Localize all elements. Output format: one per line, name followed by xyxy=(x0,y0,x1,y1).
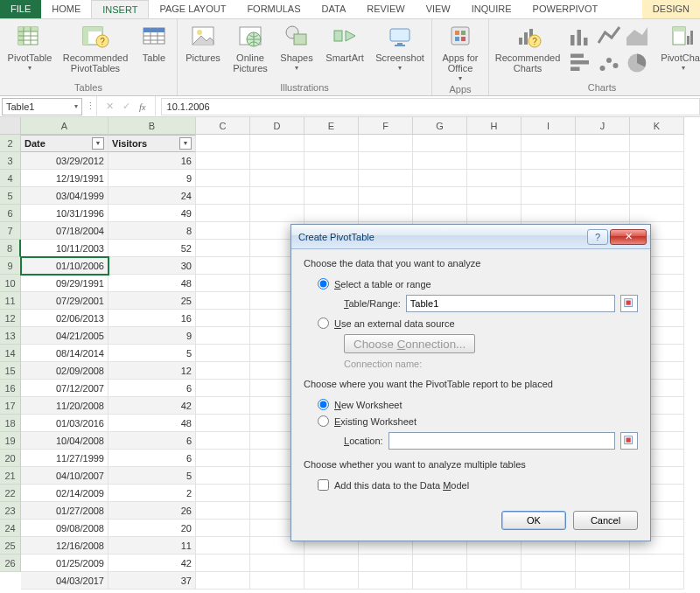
column-header-B[interactable]: B xyxy=(108,117,196,135)
cell-visitors[interactable]: 2 xyxy=(108,485,196,502)
online-pictures-button[interactable]: Online Pictures xyxy=(230,22,270,73)
cell-visitors[interactable]: 11 xyxy=(108,537,196,555)
cancel-formula-button[interactable]: ✕ xyxy=(106,101,114,112)
radio-external-source[interactable] xyxy=(318,317,329,329)
row-header-7[interactable]: 7 xyxy=(0,222,21,240)
column-header-K[interactable]: K xyxy=(630,117,684,135)
cell-visitors[interactable]: 16 xyxy=(108,310,196,327)
name-box[interactable]: Table1 ▾ xyxy=(2,98,82,115)
cell-date[interactable]: 04/21/2005 xyxy=(21,327,108,345)
cell[interactable] xyxy=(304,555,359,572)
cell[interactable] xyxy=(576,555,630,572)
row-header-23[interactable]: 23 xyxy=(0,502,21,520)
cell[interactable] xyxy=(196,187,250,205)
row-header-8[interactable]: 8 xyxy=(0,240,21,257)
cell[interactable] xyxy=(522,205,576,222)
cell-visitors[interactable]: 30 xyxy=(108,257,196,275)
row-header-25[interactable]: 25 xyxy=(0,537,21,555)
cell[interactable] xyxy=(359,205,413,222)
cell-date[interactable]: 11/20/2008 xyxy=(21,397,108,415)
cell-visitors[interactable]: 6 xyxy=(108,432,196,450)
cell[interactable] xyxy=(630,187,684,205)
dialog-help-button[interactable]: ? xyxy=(587,229,608,245)
namebox-dropdown-icon[interactable]: ▾ xyxy=(74,102,78,110)
cell-date[interactable]: 01/25/2009 xyxy=(21,555,108,572)
cell[interactable] xyxy=(196,152,250,170)
cell-visitors[interactable]: 37 xyxy=(108,572,196,590)
cell-date[interactable]: 02/06/2013 xyxy=(21,310,108,327)
chk-data-model[interactable] xyxy=(318,479,329,491)
row-header-21[interactable]: 21 xyxy=(0,467,21,485)
tab-design[interactable]: DESIGN xyxy=(642,0,700,18)
cell[interactable] xyxy=(304,152,359,170)
recommended-charts-button[interactable]: ? Recommended Charts xyxy=(494,22,561,76)
cell-date[interactable]: 03/04/1999 xyxy=(21,187,108,205)
cell[interactable] xyxy=(630,555,684,572)
cell[interactable] xyxy=(413,187,467,205)
cell[interactable] xyxy=(576,170,630,187)
cell[interactable] xyxy=(576,572,630,590)
cell-visitors[interactable]: 9 xyxy=(108,327,196,345)
cell[interactable] xyxy=(196,222,250,240)
cell[interactable] xyxy=(196,432,250,450)
smartart-button[interactable]: SmartArt xyxy=(323,22,367,73)
cell[interactable] xyxy=(467,187,522,205)
cell[interactable] xyxy=(250,170,304,187)
cell[interactable] xyxy=(196,257,250,275)
cell[interactable] xyxy=(467,170,522,187)
cell[interactable] xyxy=(522,572,576,590)
cell-date[interactable]: 12/19/1991 xyxy=(21,170,108,187)
dialog-titlebar[interactable]: Create PivotTable ? ✕ xyxy=(291,225,650,249)
pivotchart-button[interactable]: PivotChart xyxy=(657,22,700,76)
cell[interactable] xyxy=(196,345,250,362)
tab-formulas[interactable]: FORMULAS xyxy=(236,0,311,18)
cell-date[interactable]: 04/03/2017 xyxy=(21,572,108,590)
cell[interactable] xyxy=(522,135,576,152)
cell[interactable] xyxy=(250,152,304,170)
cell[interactable] xyxy=(467,135,522,152)
range-picker-1[interactable] xyxy=(620,295,638,312)
cell[interactable] xyxy=(196,467,250,485)
tab-data[interactable]: DATA xyxy=(312,0,357,18)
cell[interactable] xyxy=(196,275,250,292)
cell[interactable] xyxy=(467,555,522,572)
row-header-26[interactable]: 26 xyxy=(0,555,21,572)
cell-visitors[interactable]: 6 xyxy=(108,380,196,397)
cell[interactable] xyxy=(576,135,630,152)
row-header-3[interactable]: 3 xyxy=(0,152,21,170)
row-header-17[interactable]: 17 xyxy=(0,397,21,415)
cell[interactable] xyxy=(359,170,413,187)
column-header-C[interactable]: C xyxy=(196,117,250,135)
cell[interactable] xyxy=(467,205,522,222)
cell[interactable] xyxy=(630,170,684,187)
cell-visitors[interactable]: 48 xyxy=(108,415,196,432)
cell-visitors[interactable]: 48 xyxy=(108,275,196,292)
cell[interactable] xyxy=(196,397,250,415)
cell[interactable] xyxy=(576,205,630,222)
cell[interactable] xyxy=(250,135,304,152)
tab-review[interactable]: REVIEW xyxy=(356,0,415,18)
cell[interactable] xyxy=(196,135,250,152)
row-header-9[interactable]: 9 xyxy=(0,257,21,275)
chart-area-button[interactable] xyxy=(624,22,650,48)
cell[interactable] xyxy=(196,520,250,537)
cell-visitors[interactable]: 6 xyxy=(108,450,196,467)
cell[interactable] xyxy=(630,205,684,222)
cell[interactable] xyxy=(196,362,250,380)
cell-visitors[interactable]: 8 xyxy=(108,222,196,240)
cell[interactable] xyxy=(413,555,467,572)
filter-button[interactable]: ▼ xyxy=(92,137,104,150)
cell-visitors[interactable]: 5 xyxy=(108,467,196,485)
column-header-E[interactable]: E xyxy=(304,117,359,135)
column-header-A[interactable]: A xyxy=(21,117,108,135)
tab-view[interactable]: VIEW xyxy=(416,0,461,18)
row-header-22[interactable]: 22 xyxy=(0,485,21,502)
cell[interactable] xyxy=(196,555,250,572)
tab-inquire[interactable]: INQUIRE xyxy=(461,0,522,18)
cell[interactable] xyxy=(304,170,359,187)
cell-date[interactable]: 12/16/2008 xyxy=(21,537,108,555)
insert-function-button[interactable]: fx xyxy=(139,101,146,112)
screenshot-button[interactable]: Screenshot xyxy=(374,22,426,73)
cell[interactable] xyxy=(250,572,304,590)
cell[interactable] xyxy=(196,485,250,502)
